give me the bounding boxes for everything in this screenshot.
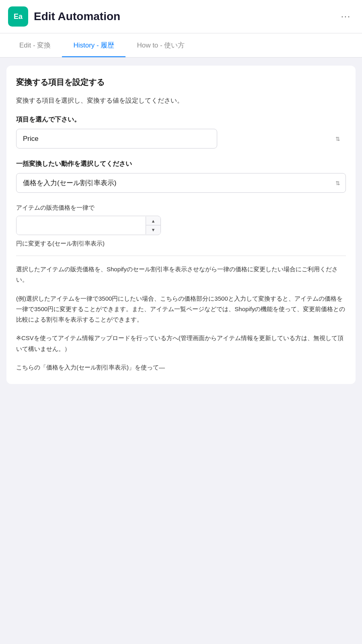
stepper-down-button[interactable]: ▼ [146, 225, 160, 234]
more-options-button[interactable]: ··· [338, 8, 354, 25]
section-title: 変換する項目を設定する [16, 77, 346, 88]
price-select-arrow-icon: ⇅ [335, 136, 340, 142]
field-label-item: 項目を選んで下さい。 [16, 116, 346, 124]
header: Ea Edit Automation ··· [0, 0, 362, 33]
divider [16, 256, 346, 256]
price-input-wrapper: ▲ ▼ [16, 216, 161, 235]
tab-edit[interactable]: Edit - 変換 [8, 33, 62, 57]
item-price-label: アイテムの販売価格を一律で [16, 204, 346, 212]
tab-howto[interactable]: How to - 使い方 [125, 33, 196, 57]
description-1: 選択したアイテムの販売価格を、Shopifyのセール割引率を表示させながら一律の… [16, 264, 346, 285]
tab-history[interactable]: History - 履歴 [62, 33, 125, 57]
main-content: 変換する項目を設定する 変換する項目を選択し、変換する値を設定してください。 項… [0, 58, 362, 398]
header-left: Ea Edit Automation [8, 6, 120, 27]
page-title: Edit Automation [34, 10, 120, 23]
action-select-wrapper: 価格を入力(セール割引率表示) 価格を変更する 割引率を設定する ⇅ [16, 173, 346, 193]
settings-card: 変換する項目を設定する 変換する項目を選択し、変換する値を設定してください。 項… [6, 66, 356, 384]
price-input[interactable] [16, 216, 146, 235]
price-stepper: ▲ ▼ [146, 217, 160, 234]
action-label: 一括変換したい動作を選択してください [16, 160, 346, 168]
unit-label: 円に変更する(セール割引率表示) [16, 240, 346, 248]
description-2: (例)選択したアイテムを一律で3500円にしたい場合、こちらの価格部分に3500… [16, 293, 346, 325]
description-4: こちらの「価格を入力(セール割引率表示)」を使って— [16, 362, 346, 373]
section-description: 変換する項目を選択し、変換する値を設定してください。 [16, 95, 346, 106]
action-select[interactable]: 価格を入力(セール割引率表示) 価格を変更する 割引率を設定する [16, 173, 346, 193]
price-select-wrapper: Price Compare At Price Cost Per Item ⇅ [16, 129, 346, 149]
price-select[interactable]: Price Compare At Price Cost Per Item [16, 129, 217, 149]
tabs-container: Edit - 変換 History - 履歴 How to - 使い方 [0, 33, 362, 58]
stepper-up-button[interactable]: ▲ [146, 217, 160, 225]
description-3: ※CSVを使ってアイテム情報アップロードを行っている方へ(管理画面からアイテム情… [16, 333, 346, 354]
app-icon: Ea [8, 6, 28, 27]
